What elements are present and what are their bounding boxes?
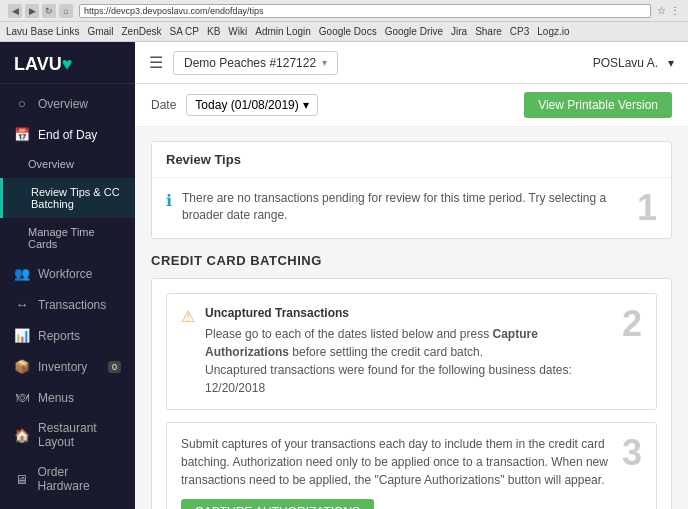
bookmark-cp3[interactable]: CP3 [510, 26, 529, 37]
bookmark-wiki[interactable]: Wiki [228, 26, 247, 37]
menu-icon[interactable]: ⋮ [670, 5, 680, 16]
cc-outer-box: ⚠ Uncaptured Transactions Please go to e… [151, 278, 672, 509]
browser-bar: ◀ ▶ ↻ ⌂ https://devcp3.devposlavu.com/en… [0, 0, 688, 22]
bookmark-share[interactable]: Share [475, 26, 502, 37]
bookmark-label: Wiki [228, 26, 247, 37]
cc-batching-title: CREDIT CARD BATCHING [151, 253, 672, 278]
sidebar-label-inventory: Inventory [38, 360, 87, 374]
bookmark-label: Admin Login [255, 26, 311, 37]
capture-info-box: Submit captures of your transactions eac… [166, 422, 657, 509]
capture-info-row: Submit captures of your transactions eac… [181, 435, 642, 509]
pos-user-chevron: ▾ [668, 56, 674, 70]
uncaptured-text: Please go to each of the dates listed be… [205, 325, 612, 397]
sidebar-item-inventory[interactable]: 📦 Inventory 0 [0, 351, 135, 382]
star-icon[interactable]: ☆ [657, 5, 666, 16]
bookmark-lavu-base[interactable]: Lavu Base Links [6, 26, 79, 37]
back-button[interactable]: ◀ [8, 4, 22, 18]
transactions-icon: ↔ [14, 297, 30, 312]
sidebar-label-review-tips: Review Tips & CC Batching [31, 186, 121, 210]
date-selector[interactable]: Today (01/08/2019) ▾ [186, 94, 317, 116]
restaurant-layout-icon: 🏠 [14, 428, 30, 443]
menus-icon: 🍽 [14, 390, 30, 405]
overview-icon: ○ [14, 96, 30, 111]
warning-content: Uncaptured Transactions Please go to eac… [205, 306, 612, 397]
pos-label: POSLavu A. [593, 56, 658, 70]
hamburger-icon[interactable]: ☰ [149, 53, 163, 72]
sidebar-item-menus[interactable]: 🍽 Menus [0, 382, 135, 413]
sidebar: LAVU♥ ○ Overview 📅 End of Day Overview R… [0, 42, 135, 509]
bookmark-jira[interactable]: Jira [451, 26, 467, 37]
uncaptured-date: 12/20/2018 [205, 381, 265, 395]
sidebar-logo: LAVU♥ [0, 42, 135, 84]
sidebar-item-reports[interactable]: 📊 Reports [0, 320, 135, 351]
capture-info-text: Submit captures of your transactions eac… [181, 435, 612, 489]
sidebar-label-menus: Menus [38, 391, 74, 405]
inventory-badge: 0 [108, 361, 121, 373]
order-hardware-icon: 🖥 [14, 472, 30, 487]
chevron-down-icon: ▾ [322, 57, 327, 68]
review-tips-section: Review Tips ℹ There are no transactions … [151, 141, 672, 239]
sidebar-label-manage-time: Manage Time Cards [28, 226, 121, 250]
sidebar-label-overview-sub: Overview [28, 158, 74, 170]
content-wrapper: Date Today (01/08/2019) ▾ View Printable… [135, 84, 688, 509]
forward-button[interactable]: ▶ [25, 4, 39, 18]
sidebar-item-transactions[interactable]: ↔ Transactions [0, 289, 135, 320]
capture-auth-highlight: Capture Authorizations [205, 327, 538, 359]
pos-user-selector[interactable]: ▾ [668, 56, 674, 70]
bookmark-kb[interactable]: KB [207, 26, 220, 37]
bookmark-label: ZenDesk [122, 26, 162, 37]
sidebar-item-review-tips[interactable]: Review Tips & CC Batching [0, 178, 135, 218]
sidebar-item-overview-sub[interactable]: Overview [0, 150, 135, 178]
bookmark-gmail[interactable]: Gmail [87, 26, 113, 37]
bookmark-google-drive[interactable]: Google Drive [385, 26, 443, 37]
home-button[interactable]: ⌂ [59, 4, 73, 18]
sidebar-item-manage-time[interactable]: Manage Time Cards [0, 218, 135, 258]
sidebar-label-transactions: Transactions [38, 298, 106, 312]
sidebar-label-order-hardware: Order Hardware [38, 465, 121, 493]
sidebar-item-overview[interactable]: ○ Overview [0, 88, 135, 119]
url-bar[interactable]: https://devcp3.devposlavu.com/endofday/t… [79, 4, 651, 18]
logo-text: LAVU♥ [14, 54, 72, 74]
bookmark-label: Google Drive [385, 26, 443, 37]
bookmark-google-docs[interactable]: Google Docs [319, 26, 377, 37]
sidebar-item-order-hardware[interactable]: 🖥 Order Hardware [0, 457, 135, 501]
reports-icon: 📊 [14, 328, 30, 343]
sidebar-item-workforce[interactable]: 👥 Workforce [0, 258, 135, 289]
bookmark-label: CP3 [510, 26, 529, 37]
main-content: Review Tips ℹ There are no transactions … [135, 127, 688, 509]
bookmark-label: Google Docs [319, 26, 377, 37]
browser-icons: ☆ ⋮ [657, 5, 680, 16]
bookmark-label: SA CP [170, 26, 199, 37]
uncaptured-warning-box: ⚠ Uncaptured Transactions Please go to e… [166, 293, 657, 410]
sidebar-item-assistance[interactable]: ? Assistance [0, 501, 135, 509]
reload-button[interactable]: ↻ [42, 4, 56, 18]
bookmark-label: Lavu Base Links [6, 26, 79, 37]
bookmark-label: Share [475, 26, 502, 37]
sidebar-label-overview: Overview [38, 97, 88, 111]
inventory-icon: 📦 [14, 359, 30, 374]
date-value: Today (01/08/2019) [195, 98, 298, 112]
sidebar-nav: ○ Overview 📅 End of Day Overview Review … [0, 84, 135, 509]
bookmark-zendesk[interactable]: ZenDesk [122, 26, 162, 37]
bookmark-label: Gmail [87, 26, 113, 37]
bookmark-label: Logz.io [537, 26, 569, 37]
info-icon: ℹ [166, 191, 172, 210]
sidebar-label-workforce: Workforce [38, 267, 92, 281]
capture-authorizations-button[interactable]: CAPTURE AUTHORIZATIONS [181, 499, 374, 509]
store-selector[interactable]: Demo Peaches #127122 ▾ [173, 51, 338, 75]
sidebar-label-reports: Reports [38, 329, 80, 343]
workforce-icon: 👥 [14, 266, 30, 281]
app-header: ☰ Demo Peaches #127122 ▾ POSLavu A. ▾ [135, 42, 688, 84]
bookmark-admin-login[interactable]: Admin Login [255, 26, 311, 37]
url-text: https://devcp3.devposlavu.com/endofday/t… [84, 6, 264, 16]
view-printable-button[interactable]: View Printable Version [524, 92, 672, 118]
bookmark-logzio[interactable]: Logz.io [537, 26, 569, 37]
review-tips-info-text: There are no transactions pending for re… [182, 190, 627, 224]
browser-nav-buttons: ◀ ▶ ↻ ⌂ [8, 4, 73, 18]
sidebar-item-end-of-day[interactable]: 📅 End of Day [0, 119, 135, 150]
step-1-number: 1 [637, 190, 657, 226]
bookmarks-bar: Lavu Base Links Gmail ZenDesk SA CP KB W… [0, 22, 688, 42]
sidebar-item-restaurant-layout[interactable]: 🏠 Restaurant Layout [0, 413, 135, 457]
warning-inner: ⚠ Uncaptured Transactions Please go to e… [167, 294, 656, 409]
bookmark-sacp[interactable]: SA CP [170, 26, 199, 37]
